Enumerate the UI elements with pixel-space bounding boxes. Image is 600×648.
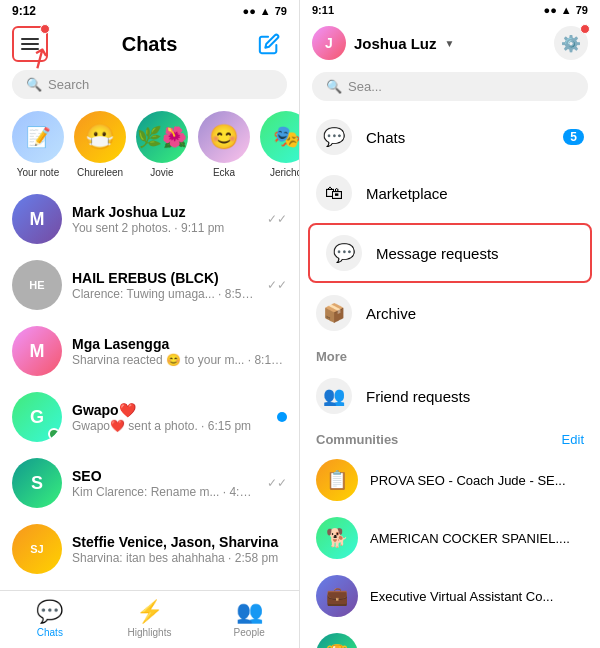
drawer-menu-message-requests[interactable]: 💬 Message requests xyxy=(308,223,592,283)
signal-icon: ●● xyxy=(243,5,256,17)
bottom-nav: 💬 Chats ⚡ Highlights 👥 People xyxy=(0,590,299,648)
chat-avatar-mga: M xyxy=(12,326,62,376)
chat-preview-steffie: Sharvina: itan bes ahahhaha · 2:58 pm xyxy=(72,551,287,565)
sent-icon-mark: ✓✓ xyxy=(267,212,287,226)
chat-preview-mga: Sharvina reacted 😊 to your m... · 8:18 p… xyxy=(72,353,287,367)
status-bar-right: 9:11 ●● ▲ 79 xyxy=(300,0,600,20)
story-jericho[interactable]: 🎭 Jericho xyxy=(260,111,299,178)
chat-preview-seo: Kim Clarence: Rename m... · 4:54 pm xyxy=(72,485,257,499)
chat-content-mark: Mark Joshua Luz You sent 2 photos. · 9:1… xyxy=(72,204,257,235)
time-right: 9:11 xyxy=(312,4,334,16)
story-label-chureleen: Chureleen xyxy=(77,167,123,178)
community-freelance[interactable]: 🏆 The Freelance Movement | Fre... xyxy=(300,625,600,648)
status-icons-left: ●● ▲ 79 xyxy=(243,5,287,17)
drawer-menu-marketplace[interactable]: 🛍 Marketplace xyxy=(300,165,600,221)
archive-menu-icon: 📦 xyxy=(316,295,352,331)
drawer-search-bar[interactable]: 🔍 Sea... xyxy=(312,72,588,101)
community-executive-va[interactable]: 💼 Executive Virtual Assistant Co... xyxy=(300,567,600,625)
your-note-avatar: 📝 xyxy=(12,111,64,163)
signal-icon-right: ●● xyxy=(544,4,557,16)
drawer-menu-chats[interactable]: 💬 Chats 5 xyxy=(300,109,600,165)
sent-icon-seo: ✓✓ xyxy=(267,476,287,490)
people-nav-label: People xyxy=(234,627,265,638)
chat-item-gwapo[interactable]: G Gwapo❤️ Gwapo❤️ sent a photo. · 6:15 p… xyxy=(0,384,299,450)
unread-dot-gwapo xyxy=(277,412,287,422)
drawer-menu-archive[interactable]: 📦 Archive xyxy=(300,285,600,341)
story-label-jovie: Jovie xyxy=(150,167,173,178)
chat-item-mga[interactable]: M Mga Lasengga Sharvina reacted 😊 to you… xyxy=(0,318,299,384)
wifi-icon: ▲ xyxy=(260,5,271,17)
time-left: 9:12 xyxy=(12,4,36,18)
status-bar-left: 9:12 ●● ▲ 79 xyxy=(0,0,299,22)
community-prova-seo[interactable]: 📋 PROVA SEO - Coach Jude - SE... xyxy=(300,451,600,509)
chat-name-steffie: Steffie Venice, Jason, Sharvina xyxy=(72,534,287,550)
message-requests-inner: 💬 Message requests xyxy=(310,225,590,281)
highlights-nav-label: Highlights xyxy=(128,627,172,638)
nav-item-chats[interactable]: 💬 Chats xyxy=(0,597,100,640)
chat-avatar-mark: M xyxy=(12,194,62,244)
chat-name-gwapo: Gwapo❤️ xyxy=(72,402,263,418)
story-avatar-jovie: 🌿🌺 xyxy=(136,111,188,163)
chat-content-mga: Mga Lasengga Sharvina reacted 😊 to your … xyxy=(72,336,287,367)
chat-item-seo[interactable]: S SEO Kim Clarence: Rename m... · 4:54 p… xyxy=(0,450,299,516)
caret-down-icon: ▼ xyxy=(445,38,455,49)
sent-icon-hail: ✓✓ xyxy=(267,278,287,292)
story-label-note: Your note xyxy=(17,167,59,178)
drawer-header: J Joshua Luz ▼ ⚙️ xyxy=(300,20,600,70)
highlights-nav-icon: ⚡ xyxy=(136,599,163,625)
settings-badge xyxy=(580,24,590,34)
community-american-cocker[interactable]: 🐕 AMERICAN COCKER SPANIEL.... xyxy=(300,509,600,567)
communities-edit-button[interactable]: Edit xyxy=(562,432,584,447)
story-avatar-jericho: 🎭 xyxy=(260,111,299,163)
chat-name-hail: HAIL EREBUS (BLCK) xyxy=(72,270,257,286)
community-avatar-eva: 💼 xyxy=(316,575,358,617)
battery-right: 79 xyxy=(576,4,588,16)
community-content-prova: PROVA SEO - Coach Jude - SE... xyxy=(370,473,584,488)
marketplace-menu-icon: 🛍 xyxy=(316,175,352,211)
chat-meta-mark: ✓✓ xyxy=(267,212,287,226)
search-icon-drawer: 🔍 xyxy=(326,79,342,94)
menu-badge xyxy=(40,24,50,34)
chats-nav-icon: 💬 xyxy=(36,599,63,625)
story-avatar-chureleen: 😷 xyxy=(74,111,126,163)
menu-button[interactable] xyxy=(12,26,48,62)
drawer-user[interactable]: J Joshua Luz ▼ xyxy=(312,26,454,60)
chat-item-steffie[interactable]: SJ Steffie Venice, Jason, Sharvina Sharv… xyxy=(0,516,299,582)
drawer-menu-friend-requests[interactable]: 👥 Friend requests xyxy=(300,368,600,424)
chat-item-mark[interactable]: M Mark Joshua Luz You sent 2 photos. · 9… xyxy=(0,186,299,252)
communities-header: Communities Edit xyxy=(300,424,600,451)
story-chureleen[interactable]: 😷 Chureleen xyxy=(74,111,126,178)
chat-avatar-steffie: SJ xyxy=(12,524,62,574)
chat-avatar-hail: HE xyxy=(12,260,62,310)
nav-item-highlights[interactable]: ⚡ Highlights xyxy=(100,597,200,640)
chat-content-hail: HAIL EREBUS (BLCK) Clarence: Tuwing umag… xyxy=(72,270,257,301)
story-ecka[interactable]: 😊 Ecka xyxy=(198,111,250,178)
community-content-eva: Executive Virtual Assistant Co... xyxy=(370,589,584,604)
settings-button[interactable]: ⚙️ xyxy=(554,26,588,60)
hamburger-icon xyxy=(21,38,39,50)
chats-badge-count: 5 xyxy=(563,129,584,145)
story-jovie[interactable]: 🌿🌺 Jovie xyxy=(136,111,188,178)
chat-content-gwapo: Gwapo❤️ Gwapo❤️ sent a photo. · 6:15 pm xyxy=(72,402,263,433)
marketplace-menu-label: Marketplace xyxy=(366,185,584,202)
chat-item-hail[interactable]: HE HAIL EREBUS (BLCK) Clarence: Tuwing u… xyxy=(0,252,299,318)
more-section-label: More xyxy=(300,341,600,368)
friend-requests-icon: 👥 xyxy=(316,378,352,414)
compose-button[interactable] xyxy=(251,26,287,62)
chat-preview-mark: You sent 2 photos. · 9:11 pm xyxy=(72,221,257,235)
left-panel: 9:12 ●● ▲ 79 ↗ Chats 🔍 Search xyxy=(0,0,300,648)
chats-nav-label: Chats xyxy=(37,627,63,638)
search-icon: 🔍 xyxy=(26,77,42,92)
message-requests-icon: 💬 xyxy=(326,235,362,271)
chat-avatar-gwapo: G xyxy=(12,392,62,442)
community-content-cocker: AMERICAN COCKER SPANIEL.... xyxy=(370,531,584,546)
story-label-ecka: Ecka xyxy=(213,167,235,178)
community-name-prova: PROVA SEO - Coach Jude - SE... xyxy=(370,473,584,488)
story-your-note[interactable]: 📝 Your note xyxy=(12,111,64,178)
drawer-username: Joshua Luz xyxy=(354,35,437,52)
search-bar[interactable]: 🔍 Search xyxy=(12,70,287,99)
stories-row: 📝 Your note 😷 Chureleen 🌿🌺 Jovie 😊 Ecka … xyxy=(0,107,299,186)
story-avatar-ecka: 😊 xyxy=(198,111,250,163)
chat-item-netflix[interactable]: NETFLIX NETFLIX PREMIUM SINCE 201... Sen… xyxy=(0,582,299,590)
nav-item-people[interactable]: 👥 People xyxy=(199,597,299,640)
